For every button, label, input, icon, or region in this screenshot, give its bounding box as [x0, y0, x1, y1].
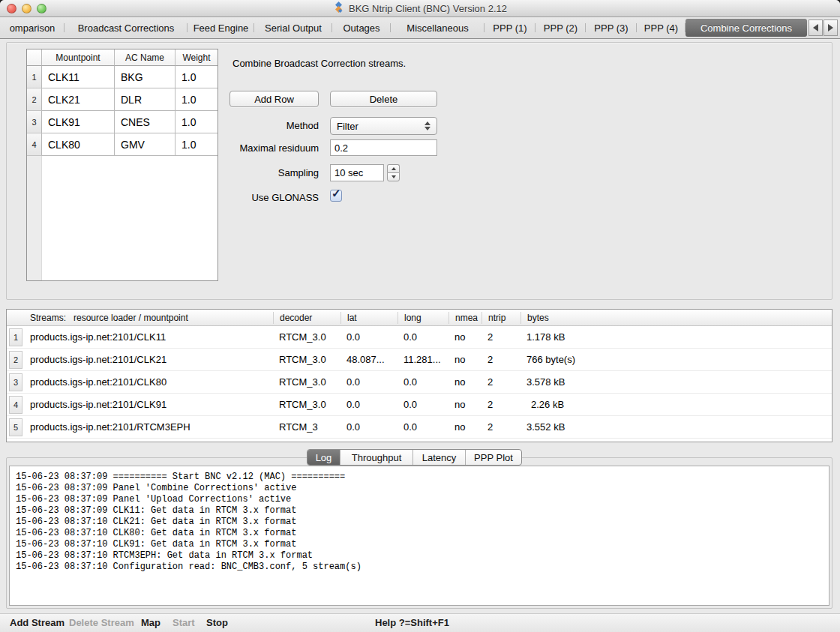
col-header-lat: lat	[340, 312, 398, 324]
stream-nmea: no	[448, 331, 482, 343]
tab-comparison[interactable]: omparison	[0, 17, 64, 38]
method-selected-value: Filter	[337, 121, 358, 132]
stream-row[interactable]: 5 products.igs-ip.net:2101/RTCM3EPH RTCM…	[7, 416, 832, 439]
stream-decoder: RTCM_3.0	[273, 376, 340, 388]
combo-arrows-icon	[424, 121, 430, 130]
stepper-up-icon[interactable]	[387, 164, 400, 172]
tab-outages[interactable]: Outages	[332, 17, 391, 38]
stepper-down-icon[interactable]	[387, 172, 400, 181]
stream-nmea: no	[448, 399, 482, 410]
tab-scroll-left-icon[interactable]	[808, 19, 823, 36]
stream-ntrip: 2	[482, 354, 520, 365]
combine-corrections-panel: Mountpoint AC Name Weight 1 CLK11 BKG 1.…	[6, 42, 832, 300]
cell-mountpoint[interactable]: CLK91	[42, 111, 115, 133]
streams-rows: 1 products.igs-ip.net:2101/CLK11 RTCM_3.…	[7, 326, 832, 439]
minimize-icon[interactable]	[22, 4, 32, 13]
tab-ppp-4[interactable]: PPP (4)	[637, 17, 686, 38]
cell-weight[interactable]: 1.0	[176, 66, 218, 88]
log-line: 15-06-23 08:37:09 CLK11: Get data in RTC…	[16, 505, 823, 517]
log-line: 15-06-23 08:37:09 Panel 'Upload Correcti…	[16, 494, 823, 505]
delete-stream-button[interactable]: Delete Stream	[69, 617, 134, 628]
stream-long: 0.0	[398, 331, 448, 343]
stream-mountpoint: products.igs-ip.net:2101/CLK21	[22, 354, 166, 365]
row-number: 1	[9, 328, 22, 346]
col-header-long: long	[398, 312, 448, 324]
use-glonass-checkbox[interactable]: ✓	[330, 190, 342, 202]
tab-latency[interactable]: Latency	[412, 450, 465, 465]
row-number: 5	[9, 418, 22, 436]
stream-long: 0.0	[398, 376, 448, 388]
tab-ppp-2[interactable]: PPP (2)	[536, 17, 586, 38]
stream-lat: 0.0	[340, 331, 398, 343]
stream-lat: 0.0	[340, 399, 398, 410]
add-row-button[interactable]: Add Row	[230, 91, 319, 107]
col-header-ac-name: AC Name	[115, 49, 176, 66]
cell-mountpoint[interactable]: CLK11	[42, 66, 115, 88]
cell-ac-name[interactable]: CNES	[115, 111, 176, 133]
window-title-group: BKG Ntrip Client (BNC) Version 2.12	[333, 1, 507, 15]
tab-ppp-plot[interactable]: PPP Plot	[465, 450, 521, 465]
cell-ac-name[interactable]: GMV	[115, 133, 176, 156]
app-window: BKG Ntrip Client (BNC) Version 2.12 ompa…	[0, 0, 840, 632]
tab-miscellaneous[interactable]: Miscellaneous	[391, 17, 484, 38]
mountpoint-table: Mountpoint AC Name Weight 1 CLK11 BKG 1.…	[26, 49, 218, 281]
log-line: 15-06-23 08:37:10 Configuration read: BN…	[16, 562, 823, 573]
tab-log[interactable]: Log	[308, 450, 340, 465]
log-output[interactable]: 15-06-23 08:37:09 ========== Start BNC v…	[9, 466, 830, 606]
tab-throughput[interactable]: Throughput	[340, 450, 412, 465]
mountpoint-table-header: Mountpoint AC Name Weight	[27, 49, 218, 66]
main-content: Mountpoint AC Name Weight 1 CLK11 BKG 1.…	[0, 39, 840, 613]
stream-row[interactable]: 2 products.igs-ip.net:2101/CLK21 RTCM_3.…	[7, 349, 832, 371]
cell-mountpoint[interactable]: CLK21	[42, 88, 115, 111]
cell-ac-name[interactable]: DLR	[115, 88, 176, 111]
help-hint: Help ?=Shift+F1	[375, 617, 449, 628]
tab-feed-engine[interactable]: Feed Engine	[188, 17, 254, 38]
maximal-residuum-input[interactable]	[330, 139, 437, 156]
col-header-ntrip: ntrip	[482, 312, 520, 324]
tab-ppp-1[interactable]: PPP (1)	[484, 17, 536, 38]
method-select[interactable]: Filter	[330, 117, 437, 135]
tab-serial-output[interactable]: Serial Output	[254, 17, 332, 38]
cell-weight[interactable]: 1.0	[176, 88, 218, 111]
stream-row[interactable]: 3 products.igs-ip.net:2101/CLK80 RTCM_3.…	[7, 371, 832, 394]
row-number[interactable]: 4	[27, 133, 42, 156]
log-panel: 15-06-23 08:37:09 ========== Start BNC v…	[6, 457, 832, 609]
tab-ppp-3[interactable]: PPP (3)	[586, 17, 637, 38]
stream-nmea: no	[448, 376, 482, 388]
zoom-icon[interactable]	[37, 4, 46, 13]
tab-scroll-right-icon[interactable]	[824, 19, 838, 36]
stream-ntrip: 2	[482, 421, 520, 433]
col-header-decoder: decoder	[273, 312, 340, 324]
sampling-input[interactable]	[330, 164, 384, 181]
tab-broadcast-corrections[interactable]: Broadcast Corrections	[64, 17, 188, 38]
stream-mountpoint: products.igs-ip.net:2101/CLK91	[22, 399, 166, 410]
stop-button[interactable]: Stop	[206, 617, 228, 628]
delete-button[interactable]: Delete	[330, 91, 437, 107]
stream-bytes: 766 byte(s)	[520, 354, 832, 365]
tab-combine-corrections[interactable]: Combine Corrections	[686, 19, 807, 37]
col-header-nmea: nmea	[448, 312, 482, 324]
stream-mountpoint: products.igs-ip.net:2101/RTCM3EPH	[22, 421, 190, 433]
row-number[interactable]: 1	[27, 66, 42, 88]
start-button[interactable]: Start	[172, 617, 195, 628]
sampling-stepper	[387, 164, 400, 181]
close-icon[interactable]	[7, 4, 16, 13]
stream-bytes: 2.26 kB	[520, 399, 832, 410]
row-number[interactable]: 2	[27, 88, 42, 111]
log-line: 15-06-23 08:37:09 Panel 'Combine Correct…	[16, 483, 823, 494]
stream-row[interactable]: 1 products.igs-ip.net:2101/CLK11 RTCM_3.…	[7, 326, 832, 349]
panel-description: Combine Broadcast Correction streams.	[232, 58, 406, 69]
col-header-bytes: bytes	[520, 312, 832, 324]
row-number: 3	[9, 373, 22, 391]
method-label: Method	[176, 120, 319, 131]
table-row: 2 CLK21 DLR 1.0	[27, 88, 218, 111]
stream-ntrip: 2	[482, 399, 520, 410]
stream-mountpoint: products.igs-ip.net:2101/CLK11	[22, 331, 166, 343]
stream-nmea: no	[448, 421, 482, 433]
stream-row[interactable]: 4 products.igs-ip.net:2101/CLK91 RTCM_3.…	[7, 394, 832, 416]
row-number[interactable]: 3	[27, 111, 42, 133]
cell-ac-name[interactable]: BKG	[115, 66, 176, 88]
cell-mountpoint[interactable]: CLK80	[42, 133, 115, 156]
add-stream-button[interactable]: Add Stream	[10, 617, 64, 628]
map-button[interactable]: Map	[141, 617, 160, 628]
